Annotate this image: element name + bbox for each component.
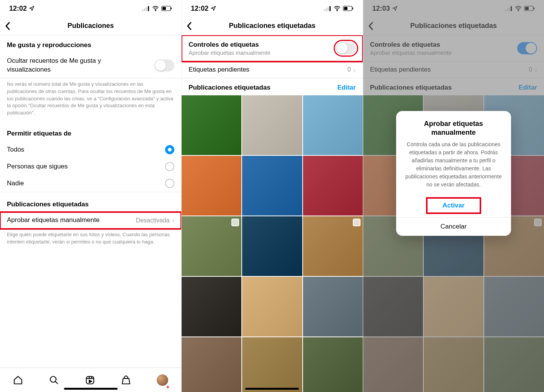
battery-icon [343, 6, 354, 11]
photo-tile[interactable] [242, 156, 302, 216]
tagged-header: Publicaciones etiquetadas [188, 84, 270, 91]
row-hide-counts[interactable]: Ocultar recuentos de Me gusta y visualiz… [0, 53, 181, 78]
dialog-cancel-button[interactable]: Cancelar [396, 217, 511, 236]
photo-tile[interactable] [303, 337, 363, 392]
row-tag-controls[interactable]: Controles de etiquetas Aprobar etiquetas… [182, 35, 362, 62]
photo-tile[interactable] [242, 95, 302, 155]
photo-tile[interactable] [242, 216, 302, 276]
svg-point-14 [337, 10, 338, 11]
status-bar: 12:02 [0, 0, 181, 17]
pending-label: Etiquetas pendientes [188, 65, 249, 74]
radio-follow-label: Personas que sigues [7, 162, 68, 171]
tagged-photo-grid[interactable] [182, 95, 362, 392]
tag-note: Elige quién puede etiquetarte en sus fot… [0, 229, 181, 252]
edit-button[interactable]: Editar [337, 84, 356, 91]
row-approve-manual[interactable]: Aprobar etiquetas manualmente Desactivad… [0, 212, 181, 229]
pane-3-dialog: 12:03 Publicaciones etiquetadas Controle… [363, 0, 544, 392]
approve-dialog: Aprobar etiquetas manualmente Controla c… [396, 111, 511, 236]
photo-tile[interactable] [303, 277, 363, 336]
photo-tile[interactable] [182, 156, 241, 216]
radio-none-label: Nadie [7, 179, 24, 188]
svg-rect-17 [352, 8, 353, 10]
svg-rect-11 [326, 8, 327, 11]
radio-row-following[interactable]: Personas que sigues [0, 158, 181, 175]
battery-icon [161, 6, 172, 11]
approve-toggle-off[interactable] [336, 42, 356, 54]
photo-tile[interactable] [242, 337, 302, 392]
approve-label: Aprobar etiquetas manualmente [7, 216, 100, 225]
svg-rect-13 [329, 6, 331, 11]
tab-reels[interactable] [85, 375, 95, 385]
back-button[interactable] [5, 21, 11, 31]
svg-rect-16 [344, 7, 347, 10]
svg-rect-10 [324, 10, 325, 11]
signal-icon [324, 6, 331, 11]
radio-row-all[interactable]: Todos [0, 141, 181, 158]
location-icon [211, 6, 216, 11]
svg-rect-0 [142, 10, 143, 11]
svg-rect-3 [148, 6, 149, 11]
photo-tile[interactable] [303, 156, 363, 216]
pane-2-tagged: 12:02 Publicaciones etiquetadas Controle… [181, 0, 362, 392]
radio-row-none[interactable]: Nadie [0, 175, 181, 192]
page-title: Publicaciones [67, 22, 114, 30]
home-indicator[interactable] [245, 388, 299, 390]
hide-counts-toggle[interactable] [154, 59, 174, 72]
multi-select-icon [353, 219, 360, 226]
section-likes-header: Me gusta y reproducciones [0, 35, 181, 53]
dialog-title: Aprobar etiquetas manualmente [396, 111, 511, 140]
hide-counts-label: Ocultar recuentos de Me gusta y visualiz… [7, 57, 122, 74]
navbar: Publicaciones etiquetadas [182, 17, 362, 35]
svg-rect-1 [144, 8, 145, 11]
wifi-icon [152, 6, 159, 11]
tab-shop[interactable] [121, 375, 131, 385]
photo-tile[interactable] [182, 95, 241, 155]
status-bar: 12:02 [182, 0, 362, 17]
status-time: 12:02 [191, 5, 208, 13]
dialog-body: Controla cada una de las publicaciones e… [396, 140, 511, 196]
avatar [157, 374, 168, 386]
pane-1-publicaciones: 12:02 Publicaciones Me gusta y reproducc… [0, 0, 181, 392]
tagged-header-row: Publicaciones etiquetadas Editar [182, 78, 362, 95]
navbar: Publicaciones [0, 17, 181, 35]
controls-title: Controles de etiquetas [188, 41, 270, 49]
chevron-right-icon: › [172, 216, 175, 225]
radio-all[interactable] [165, 145, 174, 154]
home-indicator[interactable] [64, 388, 118, 390]
wifi-icon [334, 6, 341, 11]
photo-tile[interactable] [242, 277, 302, 336]
pane2-content: Controles de etiquetas Aprobar etiquetas… [182, 35, 362, 392]
svg-rect-7 [171, 8, 172, 10]
photo-tile[interactable] [303, 95, 363, 155]
svg-rect-6 [162, 7, 166, 10]
location-icon [29, 6, 34, 11]
svg-rect-12 [328, 7, 329, 11]
tab-profile[interactable] [157, 374, 168, 386]
svg-point-4 [155, 10, 156, 11]
section-allow-tags: Permitir etiquetas de [0, 123, 181, 141]
approve-value: Desactivada [136, 217, 170, 224]
signal-icon [142, 6, 150, 11]
pending-value: 0 [347, 66, 351, 73]
pane1-content: Me gusta y reproducciones Ocultar recuen… [0, 35, 181, 368]
photo-tile[interactable] [182, 277, 241, 336]
dialog-activate-button[interactable]: Activar [425, 196, 482, 215]
controls-sub: Aprobar etiquetas manualmente [188, 49, 270, 56]
photo-tile[interactable] [182, 337, 241, 392]
svg-rect-2 [146, 7, 147, 11]
row-pending-tags[interactable]: Etiquetas pendientes 0 › [182, 62, 362, 78]
back-button[interactable] [186, 21, 192, 31]
tab-search[interactable] [49, 375, 59, 385]
status-time: 12:02 [9, 5, 27, 13]
page-title: Publicaciones etiquetadas [229, 22, 315, 30]
radio-none[interactable] [165, 179, 174, 188]
section-tagged-header: Publicaciones etiquetadas [0, 192, 181, 212]
tab-home[interactable] [13, 375, 23, 385]
radio-following[interactable] [165, 162, 174, 171]
photo-tile[interactable] [303, 216, 363, 276]
radio-all-label: Todos [7, 145, 24, 154]
photo-tile[interactable] [182, 216, 241, 276]
chevron-right-icon: › [353, 65, 356, 74]
multi-select-icon [231, 219, 239, 226]
svg-point-8 [50, 376, 56, 382]
